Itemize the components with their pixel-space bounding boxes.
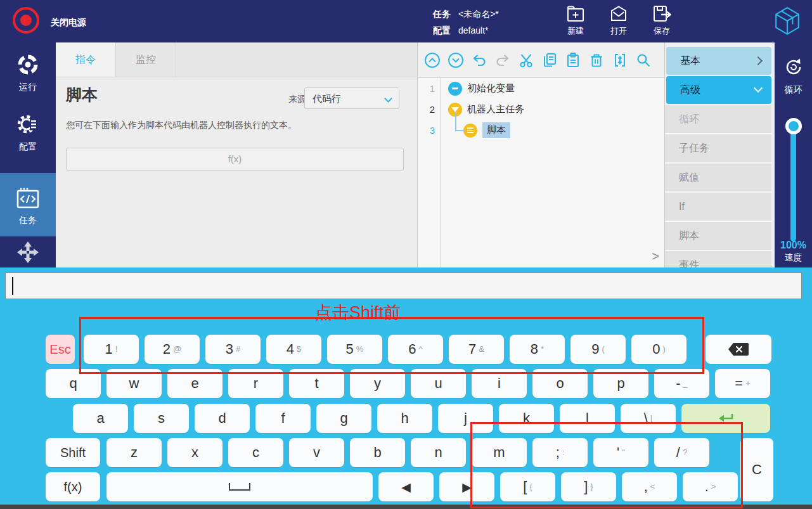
- tab-monitor[interactable]: 监控: [116, 42, 176, 77]
- insert-icon[interactable]: [612, 52, 628, 68]
- key-l[interactable]: l: [560, 404, 615, 433]
- key-slash[interactable]: /?: [654, 438, 709, 467]
- command-item-subtask[interactable]: 子任务: [665, 134, 771, 164]
- key-main-char: 0: [652, 341, 660, 358]
- key-q[interactable]: q: [46, 369, 101, 398]
- key-i[interactable]: i: [472, 369, 527, 398]
- save-button[interactable]: 保存: [652, 4, 671, 37]
- sidebar-item-move[interactable]: [0, 240, 56, 267]
- key-r[interactable]: r: [228, 369, 283, 398]
- key-bracket-right[interactable]: ]}: [561, 472, 616, 501]
- tree-node-script[interactable]: 3 脚本: [418, 120, 664, 141]
- key-2[interactable]: 2@: [145, 335, 200, 364]
- key-shift-char: }: [590, 482, 593, 491]
- key-b[interactable]: b: [350, 438, 405, 467]
- key-4[interactable]: 4$: [266, 335, 321, 364]
- key-fx[interactable]: f(x): [46, 472, 100, 501]
- key-8[interactable]: 8*: [510, 335, 565, 364]
- speed-slider-thumb[interactable]: [785, 118, 802, 134]
- source-select[interactable]: 代码行: [304, 87, 399, 109]
- key-c-tall[interactable]: C: [740, 438, 773, 501]
- key-d[interactable]: d: [195, 404, 250, 433]
- key-7[interactable]: 7&: [449, 335, 504, 364]
- key-a[interactable]: a: [73, 404, 128, 433]
- move-arrows-icon: [16, 240, 40, 267]
- topbar: 关闭电源 任务<未命名>* 配置default* 新建 打开 保存: [0, 0, 812, 42]
- sidebar-item-task[interactable]: 任务: [0, 187, 56, 226]
- paste-icon[interactable]: [565, 52, 581, 68]
- key-j[interactable]: j: [438, 404, 493, 433]
- speed-slider-track[interactable]: [790, 124, 796, 242]
- key-x[interactable]: x: [167, 438, 222, 467]
- key-5[interactable]: 5%: [327, 335, 382, 364]
- move-up-icon[interactable]: [424, 52, 441, 68]
- command-item-event[interactable]: 事件: [665, 251, 771, 267]
- key-quote[interactable]: '": [593, 438, 648, 467]
- key-0[interactable]: 0): [631, 335, 686, 364]
- cut-icon[interactable]: [518, 52, 534, 68]
- save-button-label: 保存: [654, 25, 670, 37]
- copy-icon[interactable]: [541, 52, 558, 68]
- script-code-input[interactable]: f(x): [66, 148, 404, 171]
- key-t[interactable]: t: [289, 369, 344, 398]
- key-backspace[interactable]: [706, 335, 771, 364]
- loop-icon[interactable]: [783, 56, 804, 81]
- app-body: 运行 配置 任务 指令 监控 脚本 来源 代码行 您可在下面输入作为脚本代码由机…: [0, 42, 812, 267]
- key-n[interactable]: n: [411, 438, 466, 467]
- command-item-if[interactable]: If: [665, 193, 771, 222]
- key-period[interactable]: .>: [683, 472, 738, 501]
- key-main-char: \: [644, 410, 648, 427]
- key-o[interactable]: o: [532, 369, 588, 398]
- key-bracket-left[interactable]: [{: [500, 472, 555, 501]
- key-p[interactable]: p: [593, 369, 648, 398]
- key-h[interactable]: h: [377, 404, 432, 433]
- key-1[interactable]: 1!: [84, 335, 139, 364]
- key-u[interactable]: u: [411, 369, 466, 398]
- undo-icon[interactable]: [471, 52, 487, 68]
- tree-node-init-vars[interactable]: 1 初始化变量: [418, 78, 664, 99]
- key-comma[interactable]: ,<: [622, 472, 677, 501]
- sidebar-item-config[interactable]: 配置: [0, 112, 56, 153]
- key-w[interactable]: w: [106, 369, 162, 398]
- search-icon[interactable]: [635, 52, 652, 68]
- tab-instruction[interactable]: 指令: [56, 42, 116, 77]
- key-c[interactable]: c: [228, 438, 283, 467]
- key-esc[interactable]: Esc: [46, 335, 75, 364]
- key-minus[interactable]: -_: [654, 369, 709, 398]
- redo-icon[interactable]: [494, 52, 511, 68]
- key-s[interactable]: s: [134, 404, 189, 433]
- key-arrow-right[interactable]: ▶: [439, 472, 494, 501]
- command-item-script[interactable]: 脚本: [665, 222, 771, 251]
- key-3[interactable]: 3#: [205, 335, 261, 364]
- key-e[interactable]: e: [167, 369, 222, 398]
- key-k[interactable]: k: [499, 404, 554, 433]
- delete-icon[interactable]: [588, 52, 605, 68]
- key-g[interactable]: g: [316, 404, 371, 433]
- key-z[interactable]: z: [106, 438, 162, 467]
- key-9[interactable]: 9(: [570, 335, 626, 364]
- open-button[interactable]: 打开: [609, 4, 628, 37]
- keyboard-text-input[interactable]: [5, 273, 802, 299]
- key-v[interactable]: v: [289, 438, 344, 467]
- key-enter[interactable]: [681, 404, 770, 433]
- key-equals[interactable]: =+: [715, 369, 770, 398]
- key-shift[interactable]: Shift: [46, 438, 100, 467]
- key-f[interactable]: f: [255, 404, 311, 433]
- sidebar-item-run[interactable]: 运行: [0, 53, 56, 93]
- command-item-assignment[interactable]: 赋值: [665, 164, 771, 193]
- command-item-loop[interactable]: 循环: [665, 105, 771, 134]
- key-space[interactable]: [106, 472, 373, 501]
- group-basic[interactable]: 基本: [666, 47, 771, 75]
- key-backslash[interactable]: \|: [621, 404, 676, 433]
- move-down-icon[interactable]: [448, 52, 464, 68]
- key-semicolon[interactable]: ;:: [532, 438, 588, 467]
- key-arrow-left[interactable]: ◀: [378, 472, 434, 501]
- key-6[interactable]: 6^: [388, 335, 443, 364]
- panel-expand-handle[interactable]: >: [652, 249, 659, 264]
- new-button[interactable]: 新建: [566, 4, 585, 37]
- key-m[interactable]: m: [472, 438, 527, 467]
- key-y[interactable]: y: [350, 369, 405, 398]
- group-advanced[interactable]: 高级: [666, 76, 771, 104]
- power-button[interactable]: [13, 7, 39, 34]
- key-shift-char: #: [236, 344, 240, 354]
